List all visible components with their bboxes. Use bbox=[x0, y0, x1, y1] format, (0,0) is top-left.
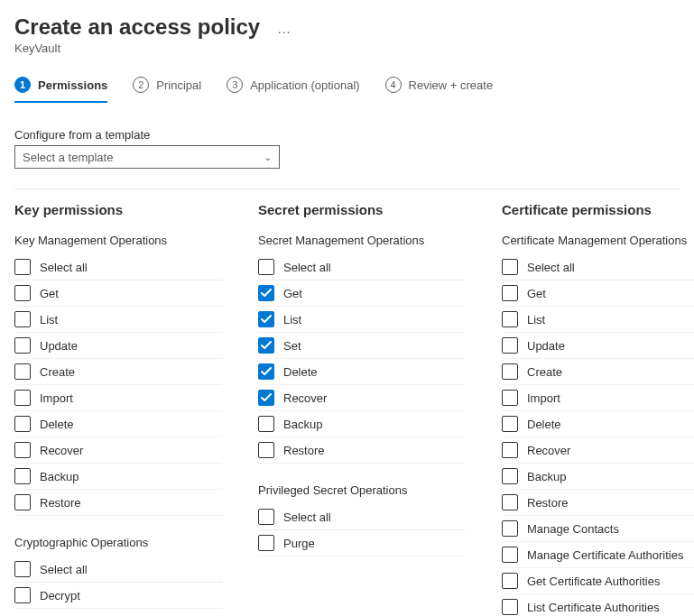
permission-row[interactable]: Set bbox=[258, 333, 466, 359]
permission-row[interactable]: Backup bbox=[258, 411, 466, 437]
checkbox[interactable] bbox=[14, 416, 31, 432]
permission-label: Backup bbox=[40, 470, 79, 483]
permission-row[interactable]: List bbox=[14, 307, 222, 333]
checkbox[interactable] bbox=[502, 494, 518, 510]
checkbox[interactable] bbox=[14, 390, 31, 406]
select-all-row[interactable]: Select all bbox=[14, 556, 222, 583]
checkbox[interactable] bbox=[258, 363, 274, 380]
permission-row[interactable]: Get Certificate Authorities bbox=[502, 568, 694, 594]
checkbox[interactable] bbox=[14, 494, 31, 510]
permission-label: Restore bbox=[40, 496, 81, 510]
wizard-step-3[interactable]: 3Application (optional) bbox=[227, 77, 359, 102]
permission-row[interactable]: List Certificate Authorities bbox=[502, 594, 694, 616]
checkbox[interactable] bbox=[14, 363, 31, 380]
checkbox[interactable] bbox=[258, 442, 274, 458]
chevron-down-icon: ⌄ bbox=[264, 152, 272, 163]
checkbox[interactable] bbox=[502, 337, 518, 354]
permission-row[interactable]: List bbox=[502, 307, 694, 333]
step-label: Review + create bbox=[409, 78, 494, 92]
checkbox[interactable] bbox=[502, 416, 518, 432]
page-subtitle: KeyVault bbox=[14, 41, 680, 55]
checkbox[interactable] bbox=[14, 259, 31, 275]
checkbox[interactable] bbox=[258, 311, 274, 327]
checkbox[interactable] bbox=[14, 587, 31, 603]
permission-row[interactable]: Delete bbox=[502, 411, 694, 437]
permission-row[interactable]: Create bbox=[14, 359, 222, 385]
checkbox[interactable] bbox=[502, 547, 518, 563]
permissions-columns: Key permissionsKey Management Operations… bbox=[14, 202, 680, 616]
checkbox[interactable] bbox=[14, 561, 31, 577]
step-label: Permissions bbox=[38, 78, 107, 92]
group-title: Cryptographic Operations bbox=[14, 536, 222, 549]
checkbox[interactable] bbox=[258, 337, 274, 354]
select-all-row[interactable]: Select all bbox=[258, 504, 466, 530]
checkbox[interactable] bbox=[502, 442, 518, 458]
permission-row[interactable]: Get bbox=[258, 280, 466, 307]
permission-label: Manage Contacts bbox=[527, 522, 619, 536]
group-title: Secret Management Operations bbox=[258, 234, 466, 247]
permission-label: Delete bbox=[527, 418, 561, 431]
checkbox[interactable] bbox=[502, 573, 518, 589]
checkbox[interactable] bbox=[502, 363, 518, 380]
select-all-row[interactable]: Select all bbox=[502, 254, 694, 280]
template-select[interactable]: Select a template ⌄ bbox=[14, 145, 280, 169]
checkbox[interactable] bbox=[502, 311, 518, 327]
more-actions-icon[interactable]: ··· bbox=[278, 24, 291, 39]
checkbox[interactable] bbox=[258, 285, 274, 301]
checkbox[interactable] bbox=[502, 285, 518, 301]
permission-row[interactable]: List bbox=[258, 307, 466, 333]
group-title: Key Management Operations bbox=[14, 234, 222, 247]
checkbox[interactable] bbox=[258, 509, 274, 525]
permission-row[interactable]: Purge bbox=[258, 530, 466, 556]
checkbox[interactable] bbox=[258, 416, 274, 432]
wizard-step-1[interactable]: 1Permissions bbox=[14, 77, 107, 102]
column-title: Secret permissions bbox=[258, 202, 466, 217]
permission-row[interactable]: Recover bbox=[502, 437, 694, 464]
checkbox[interactable] bbox=[14, 442, 31, 458]
select-all-label: Select all bbox=[283, 261, 331, 274]
select-all-label: Select all bbox=[283, 510, 331, 524]
permission-row[interactable]: Restore bbox=[14, 490, 222, 516]
permission-row[interactable]: Update bbox=[502, 333, 694, 359]
checkbox[interactable] bbox=[14, 337, 31, 354]
permission-label: Import bbox=[527, 391, 560, 405]
permission-row[interactable]: Restore bbox=[502, 490, 694, 516]
checkbox[interactable] bbox=[502, 599, 518, 615]
permission-row[interactable]: Delete bbox=[258, 359, 466, 385]
step-number-icon: 4 bbox=[385, 77, 402, 93]
checkbox[interactable] bbox=[258, 535, 274, 551]
permission-row[interactable]: Recover bbox=[14, 437, 222, 464]
checkbox[interactable] bbox=[14, 311, 31, 327]
column-title: Key permissions bbox=[14, 202, 222, 217]
page-title: Create an access policy bbox=[14, 14, 260, 40]
checkbox[interactable] bbox=[502, 468, 518, 484]
step-number-icon: 2 bbox=[133, 77, 149, 93]
permission-row[interactable]: Backup bbox=[14, 464, 222, 490]
permission-row[interactable]: Create bbox=[502, 359, 694, 385]
permission-row[interactable]: Decrypt bbox=[14, 583, 222, 609]
wizard-step-2[interactable]: 2Principal bbox=[133, 77, 201, 102]
select-all-row[interactable]: Select all bbox=[258, 254, 466, 280]
permission-label: Backup bbox=[283, 418, 322, 431]
select-all-row[interactable]: Select all bbox=[14, 254, 222, 280]
checkbox[interactable] bbox=[258, 259, 274, 275]
permission-row[interactable]: Recover bbox=[258, 385, 466, 411]
checkbox[interactable] bbox=[14, 285, 31, 301]
permission-row[interactable]: Get bbox=[502, 280, 694, 307]
checkbox[interactable] bbox=[502, 390, 518, 406]
permission-row[interactable]: Update bbox=[14, 333, 222, 359]
permission-row[interactable]: Backup bbox=[502, 464, 694, 490]
permission-row[interactable]: Restore bbox=[258, 437, 466, 464]
permission-row[interactable]: Import bbox=[502, 385, 694, 411]
permission-row[interactable]: Manage Certificate Authorities bbox=[502, 542, 694, 568]
wizard-step-4[interactable]: 4Review + create bbox=[385, 77, 494, 102]
permission-label: Recover bbox=[40, 444, 83, 457]
permission-row[interactable]: Manage Contacts bbox=[502, 516, 694, 542]
checkbox[interactable] bbox=[502, 259, 518, 275]
permission-row[interactable]: Import bbox=[14, 385, 222, 411]
checkbox[interactable] bbox=[14, 468, 31, 484]
checkbox[interactable] bbox=[502, 520, 518, 537]
permission-row[interactable]: Delete bbox=[14, 411, 222, 437]
permission-row[interactable]: Get bbox=[14, 280, 222, 307]
checkbox[interactable] bbox=[258, 390, 274, 406]
